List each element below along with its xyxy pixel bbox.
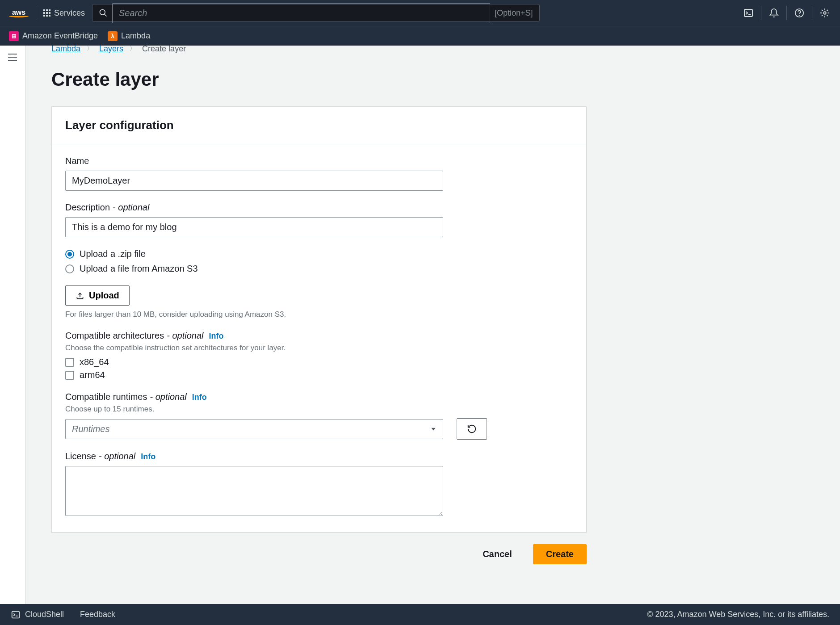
breadcrumb-lambda[interactable]: Lambda <box>51 46 80 54</box>
breadcrumb-current: Create layer <box>142 46 186 54</box>
page-title: Create layer <box>51 69 814 90</box>
cloudshell-icon <box>11 610 21 620</box>
favorites-bar: ⊞ Amazon EventBridge λ Lambda <box>0 26 840 46</box>
footer: CloudShell Feedback © 2023, Amazon Web S… <box>0 604 840 625</box>
lambda-icon: λ <box>108 31 118 41</box>
checkbox-icon <box>65 371 74 380</box>
arch-description: Choose the compatible instruction set ar… <box>65 344 573 352</box>
upload-hint: For files larger than 10 MB, consider up… <box>65 310 573 319</box>
nav-divider <box>812 6 812 20</box>
help-icon[interactable] <box>793 7 806 19</box>
info-link-license[interactable]: Info <box>141 452 155 461</box>
description-label: Description <box>65 202 110 213</box>
gear-icon[interactable] <box>819 7 831 19</box>
cloudshell-button[interactable]: CloudShell <box>11 610 64 620</box>
layer-config-panel: Layer configuration Name Description - o… <box>51 106 587 533</box>
upload-icon <box>76 291 84 300</box>
name-input[interactable] <box>65 171 443 191</box>
search-box[interactable]: [Option+S] <box>92 4 540 22</box>
svg-rect-9 <box>12 611 20 618</box>
radio-icon <box>65 250 74 259</box>
nav-divider <box>761 6 761 20</box>
fav-item-lambda[interactable]: λ Lambda <box>108 31 150 41</box>
svg-point-5 <box>799 15 800 16</box>
runtimes-label: Compatible runtimes <box>65 392 147 402</box>
upload-button[interactable]: Upload <box>65 285 130 306</box>
feedback-link[interactable]: Feedback <box>80 610 115 619</box>
panel-header: Layer configuration <box>52 107 586 144</box>
fav-label: Lambda <box>121 31 150 41</box>
radio-upload-s3[interactable]: Upload a file from Amazon S3 <box>65 264 573 274</box>
field-license: License - optional Info <box>65 451 573 518</box>
svg-rect-2 <box>744 9 752 17</box>
cloudshell-label: CloudShell <box>25 610 64 619</box>
chevron-right-icon: 〉 <box>130 46 136 53</box>
runtimes-description: Choose up to 15 runtimes. <box>65 405 573 414</box>
description-input[interactable] <box>65 217 443 237</box>
aws-logo[interactable]: aws <box>9 8 29 17</box>
arch-label: Compatible architectures <box>65 331 164 341</box>
field-name: Name <box>65 156 573 191</box>
name-label: Name <box>65 156 89 166</box>
checkbox-label: x86_64 <box>80 357 109 367</box>
create-button[interactable]: Create <box>533 544 587 564</box>
license-textarea[interactable] <box>65 466 443 516</box>
field-upload: Upload For files larger than 10 MB, cons… <box>65 285 573 319</box>
search-icon <box>99 8 108 17</box>
field-architectures: Compatible architectures - optional Info… <box>65 331 573 380</box>
optional-text: - optional <box>150 392 186 402</box>
refresh-icon <box>467 424 477 434</box>
field-runtimes: Compatible runtimes - optional Info Choo… <box>65 392 573 440</box>
svg-point-0 <box>100 10 105 15</box>
copyright-text: © 2023, Amazon Web Services, Inc. or its… <box>647 610 829 619</box>
search-shortcut-hint: [Option+S] <box>495 8 533 18</box>
bell-icon[interactable] <box>768 7 780 19</box>
breadcrumb: Lambda 〉 Layers 〉 Create layer <box>51 46 814 55</box>
nav-right-icons <box>742 6 831 20</box>
nav-divider <box>36 6 36 20</box>
caret-down-icon <box>430 426 437 432</box>
optional-text: - optional <box>99 451 135 461</box>
field-description: Description - optional <box>65 202 573 237</box>
upload-button-label: Upload <box>89 290 119 301</box>
radio-label: Upload a file from Amazon S3 <box>80 264 198 274</box>
form-actions: Cancel Create <box>51 544 587 564</box>
fav-label: Amazon EventBridge <box>22 31 98 41</box>
services-button[interactable]: Services <box>43 8 85 18</box>
services-label: Services <box>54 8 85 18</box>
nav-divider <box>786 6 787 20</box>
checkbox-arm64[interactable]: arm64 <box>65 370 573 380</box>
cloudshell-icon[interactable] <box>742 7 755 19</box>
svg-line-1 <box>105 14 107 17</box>
checkbox-label: arm64 <box>80 370 105 380</box>
top-nav: aws Services [Option+S] <box>0 0 840 26</box>
license-label: License <box>65 451 96 461</box>
radio-icon <box>65 264 74 273</box>
optional-text: - optional <box>167 331 203 341</box>
radio-label: Upload a .zip file <box>80 249 146 259</box>
runtimes-select[interactable]: Runtimes <box>65 419 443 439</box>
field-upload-source: Upload a .zip file Upload a file from Am… <box>65 249 573 274</box>
svg-point-6 <box>823 12 826 14</box>
aws-smile-icon <box>9 15 29 17</box>
eventbridge-icon: ⊞ <box>9 31 19 41</box>
chevron-right-icon: 〉 <box>87 46 93 53</box>
info-link-runtimes[interactable]: Info <box>192 393 207 402</box>
runtimes-placeholder: Runtimes <box>72 424 109 434</box>
radio-upload-zip[interactable]: Upload a .zip file <box>65 249 573 259</box>
sidebar-toggle[interactable] <box>0 46 25 604</box>
checkbox-icon <box>65 358 74 367</box>
refresh-button[interactable] <box>457 418 487 440</box>
grid-icon <box>43 9 50 17</box>
hamburger-icon <box>8 54 17 61</box>
search-input[interactable] <box>112 3 490 23</box>
cancel-button[interactable]: Cancel <box>470 544 525 564</box>
checkbox-x86-64[interactable]: x86_64 <box>65 357 573 367</box>
svg-marker-8 <box>431 428 435 431</box>
fav-item-eventbridge[interactable]: ⊞ Amazon EventBridge <box>9 31 98 41</box>
panel-title: Layer configuration <box>65 118 573 132</box>
breadcrumb-layers[interactable]: Layers <box>99 46 123 54</box>
optional-text: - optional <box>113 202 149 213</box>
info-link-arch[interactable]: Info <box>209 331 224 341</box>
